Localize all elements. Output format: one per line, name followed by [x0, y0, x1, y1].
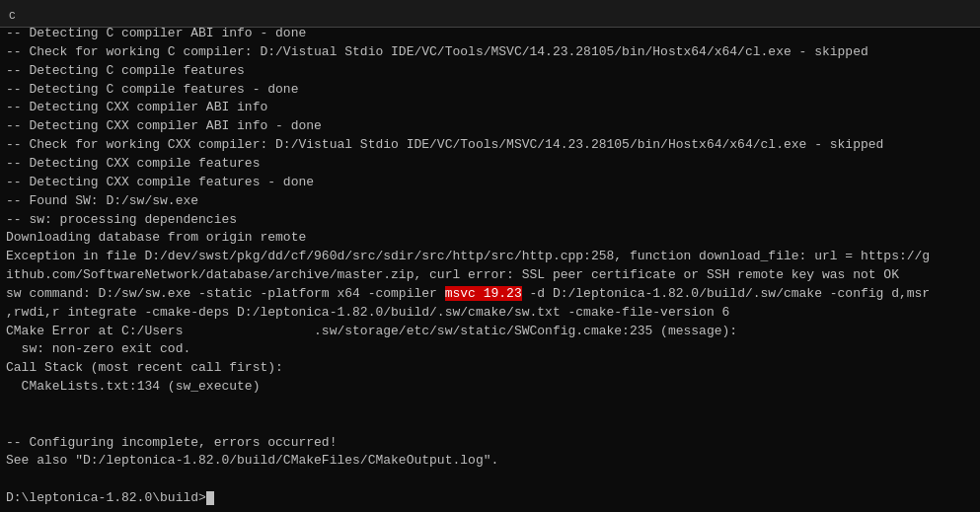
svg-text:C: C	[9, 10, 16, 22]
console-line: -- Detecting C compile features - done	[6, 81, 974, 100]
console-line: -- Check for working CXX compiler: D:/Vi…	[6, 136, 974, 155]
console-line: -- Found SW: D:/sw/sw.exe	[6, 192, 974, 211]
console-line: -- Configuring incomplete, errors occurr…	[6, 434, 974, 453]
console-line: Exception in file D:/dev/swst/pkg/dd/cf/…	[6, 248, 974, 266]
console-line: -- Detecting C compile features	[6, 62, 974, 81]
console-line: See also "D:/leptonica-1.82.0/build/CMak…	[6, 452, 974, 471]
console-line: Call Stack (most recent call first):	[6, 359, 974, 378]
console-line	[6, 471, 974, 489]
console-line	[6, 415, 974, 434]
title-bar-left: C	[8, 6, 30, 22]
console-output[interactable]: -- Selecting Windows SDK version 10.0.18…	[0, 28, 980, 512]
console-line: -- sw: processing dependencies	[6, 211, 974, 230]
title-bar: C	[0, 0, 980, 28]
console-line: -- Detecting CXX compiler ABI info - don…	[6, 117, 974, 136]
minimize-button[interactable]	[881, 4, 909, 24]
console-line: -- Detecting CXX compiler ABI info	[6, 99, 974, 117]
console-line: sw command: D:/sw/sw.exe -static -platfo…	[6, 285, 974, 304]
title-bar-controls	[881, 4, 972, 24]
console-line: -- Detecting CXX compile features - done	[6, 174, 974, 192]
cursor	[206, 491, 214, 505]
cmd-icon: C	[8, 6, 24, 22]
console-line: ithub.com/SoftwareNetwork/database/archi…	[6, 266, 974, 285]
console-line: -- Detecting C compiler ABI info - done	[6, 28, 974, 43]
console-line: D:\leptonica-1.82.0\build>	[6, 489, 974, 508]
console-line	[6, 397, 974, 415]
console-line: -- Check for working C compiler: D:/Vist…	[6, 43, 974, 62]
console-line: sw: non-zero exit cod.	[6, 340, 974, 359]
restore-button[interactable]	[913, 4, 941, 24]
console-line: CMakeLists.txt:134 (sw_execute)	[6, 378, 974, 397]
console-line: ,rwdi,r integrate -cmake-deps D:/leptoni…	[6, 304, 974, 323]
console-line: Downloading database from origin remote	[6, 229, 974, 248]
close-button[interactable]	[944, 4, 972, 24]
console-line: CMake Error at C:/Users .sw/storage/etc/…	[6, 323, 974, 341]
console-line: -- Detecting CXX compile features	[6, 155, 974, 174]
console-text: -- Selecting Windows SDK version 10.0.18…	[6, 28, 974, 508]
